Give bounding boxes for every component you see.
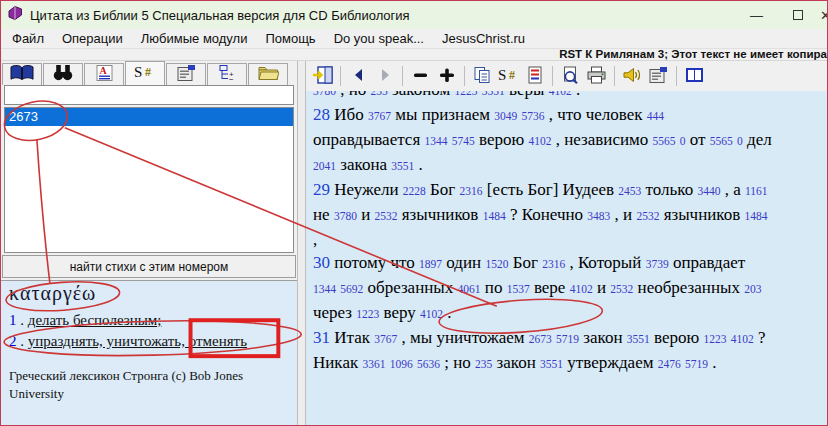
strong-number-link[interactable]: 3440 (697, 185, 720, 197)
strong-number-link[interactable]: 3780 (334, 210, 357, 222)
doc-red-button[interactable] (522, 64, 547, 88)
tab-strongs[interactable]: S# (125, 61, 165, 85)
svg-text:−: − (229, 74, 234, 82)
close-button[interactable]: ✕ (818, 1, 827, 29)
strong-number-link[interactable]: 1537 (507, 283, 530, 295)
strong-number-link[interactable]: 444 (647, 110, 664, 122)
forward-button[interactable] (372, 64, 397, 88)
tab-folder[interactable] (248, 63, 288, 85)
font-smaller-button[interactable] (408, 64, 433, 88)
strong-number-link[interactable]: 3551 (482, 91, 505, 97)
lexicon-definition[interactable]: 2 . упразднять, уничтожать, отменять (9, 331, 289, 352)
strong-number-link[interactable]: 4102 (549, 91, 572, 97)
tab-highlight[interactable]: A (84, 63, 124, 85)
tab-properties[interactable] (166, 63, 206, 85)
list-item[interactable]: 2673 (5, 108, 293, 126)
strong-number-link[interactable]: 0 (737, 135, 743, 147)
strong-number-link[interactable]: 1096 (390, 358, 413, 370)
tab-tree[interactable]: +− (207, 63, 247, 85)
svg-text:A: A (99, 65, 107, 76)
strong-number-link[interactable]: 235 (371, 91, 388, 97)
strong-number-link[interactable]: 2228 (403, 185, 426, 197)
strong-number-link[interactable]: 1897 (419, 258, 442, 270)
strong-number-link[interactable]: 235 (475, 358, 492, 370)
menu-help[interactable]: Помощь (256, 31, 324, 46)
text-properties-button[interactable] (646, 64, 671, 88)
strong-number-link[interactable]: 1161 (745, 185, 768, 197)
strong-number-link[interactable]: 5565 (653, 135, 676, 147)
menu-bar: ФайлОперацииЛюбимые модулиПомощьDo you s… (1, 29, 827, 48)
strong-number-link[interactable]: 3551 (627, 333, 650, 345)
minimize-button[interactable]: — (736, 1, 777, 29)
strong-number-link[interactable]: 1344 (313, 283, 336, 295)
print-preview-button[interactable] (558, 64, 583, 88)
panel-splitter[interactable] (297, 61, 306, 425)
strong-number-link[interactable]: 2476 (658, 358, 681, 370)
strong-number-link[interactable]: 1484 (745, 210, 768, 222)
strong-number-link[interactable]: 3767 (374, 333, 397, 345)
left-tab-bar: AS#+− (1, 61, 297, 85)
strong-number-link[interactable]: 3551 (540, 358, 563, 370)
strong-number-link[interactable]: 5565 (710, 135, 733, 147)
strong-number-link[interactable]: 1223 (356, 308, 379, 320)
lexicon-attribution: Греческий лексикон Стронга (с) Bob Jones… (9, 367, 273, 403)
lexicon-definition[interactable]: 1 . делать бесполезным; (9, 310, 289, 331)
strong-number-link[interactable]: 1520 (485, 258, 508, 270)
strong-number-link[interactable]: 4102 (570, 283, 593, 295)
strong-number-link[interactable]: 4102 (528, 135, 551, 147)
strong-number-link[interactable]: 3739 (646, 258, 669, 270)
menu-jesuschrist-ru[interactable]: JesusChrist.ru (433, 31, 534, 46)
strong-number-link[interactable]: 5719 (556, 333, 579, 345)
strong-number-link[interactable]: 5745 (452, 135, 475, 147)
strong-number-link[interactable]: 2673 (529, 333, 552, 345)
strong-number-link[interactable]: 2316 (542, 258, 565, 270)
strong-number-link[interactable]: 1223 (703, 333, 726, 345)
strong-number-link[interactable]: 2453 (618, 185, 641, 197)
toolbar-separator (340, 66, 341, 86)
tab-search[interactable] (43, 63, 83, 85)
strong-number-link[interactable]: 4102 (731, 333, 754, 345)
strong-number-link[interactable]: 5692 (340, 283, 363, 295)
speech-button[interactable] (620, 64, 645, 88)
strongs-toggle-button[interactable]: S# (496, 64, 521, 88)
strong-number-link[interactable]: 3551 (391, 160, 414, 172)
font-larger-button[interactable] (434, 64, 459, 88)
goto-button[interactable] (310, 64, 335, 88)
strong-number-link[interactable]: 0 (680, 135, 686, 147)
strong-number-link[interactable]: 2532 (375, 210, 398, 222)
strong-number-link[interactable]: 4061 (458, 283, 481, 295)
definition-text: делать бесполезным; (28, 312, 162, 328)
strong-number-link[interactable]: 2532 (610, 283, 633, 295)
strong-number-link[interactable]: 2316 (460, 185, 483, 197)
strong-number-link[interactable]: 5736 (521, 110, 544, 122)
strong-number-link[interactable]: 3049 (494, 110, 517, 122)
find-verses-button[interactable]: найти стихи с этим номером (2, 255, 296, 278)
strong-number-link[interactable]: 5719 (685, 358, 708, 370)
strong-number-link[interactable]: 3767 (368, 110, 391, 122)
strongs-number-list[interactable]: 2673 (4, 107, 294, 253)
strong-number-link[interactable]: 2532 (636, 210, 659, 222)
strong-number-link[interactable]: 4102 (420, 308, 443, 320)
back-button[interactable] (346, 64, 371, 88)
print-button[interactable] (584, 64, 609, 88)
forward-icon (377, 67, 393, 86)
strong-number-link[interactable]: 3483 (587, 210, 610, 222)
strong-number-link[interactable]: 203 (744, 283, 761, 295)
strong-number-link[interactable]: 1484 (483, 210, 506, 222)
columns-icon (685, 66, 704, 87)
strong-number-link[interactable]: 3780 (313, 91, 336, 97)
copy-button[interactable] (470, 64, 495, 88)
strong-number-link[interactable]: 3361 (362, 358, 385, 370)
strongs-number-input[interactable] (4, 85, 294, 105)
strong-number-link[interactable]: 1344 (424, 135, 447, 147)
strong-number-link[interactable]: 1223 (455, 91, 478, 97)
maximize-button[interactable] (777, 1, 818, 29)
menu-operations[interactable]: Операции (53, 31, 132, 46)
strong-number-link[interactable]: 5636 (417, 358, 440, 370)
menu-file[interactable]: Файл (3, 31, 53, 46)
menu-favorite-modules[interactable]: Любимые модули (132, 31, 257, 46)
menu-do-you-speak[interactable]: Do you speak... (325, 31, 433, 46)
strong-number-link[interactable]: 2041 (313, 160, 336, 172)
parallel-view-button[interactable] (682, 64, 707, 88)
tab-bible[interactable] (2, 63, 42, 85)
